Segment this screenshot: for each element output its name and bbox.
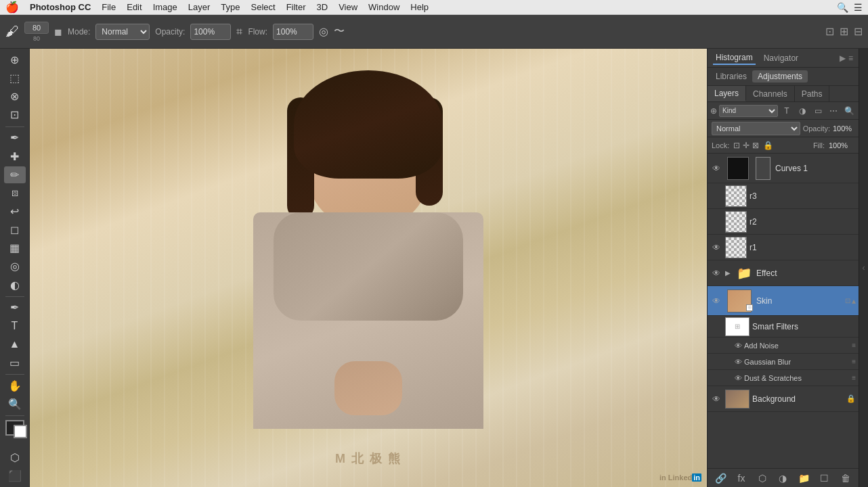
history-brush[interactable]: ↩ [4,203,26,220]
histogram-tab[interactable]: Histogram [713,51,756,65]
brush-size-input[interactable] [24,22,49,34]
adjustment-filter-icon[interactable]: ◑ [796,104,809,118]
panel-collapse-btn[interactable]: ‹ [859,49,868,487]
layer-eye-curves[interactable]: 👁 [710,162,722,175]
opacity-value[interactable]: 100% [833,124,854,133]
path-select-tool[interactable]: ▲ [4,336,26,353]
smart-filters-row[interactable]: ⊞ Smart Filters [708,316,859,338]
arrange-icon[interactable]: ⊟ [854,25,863,38]
zoom-tool[interactable]: 🔍 [4,396,26,413]
add-style-btn[interactable]: fx [734,471,749,486]
layers-tab[interactable]: Layers [708,86,746,101]
menu-view[interactable]: View [339,2,357,12]
filter-eye-dust[interactable]: 👁 [732,372,744,384]
hand-tool[interactable]: ✋ [4,377,26,394]
text-tool[interactable]: T [4,318,26,335]
filter-menu-dust[interactable]: ≡ [852,374,856,381]
filter-eye-noise[interactable]: 👁 [732,340,744,352]
crop-tool[interactable]: ⊡ [4,106,26,123]
menu-window[interactable]: Window [368,2,399,12]
dodge-tool[interactable]: ◐ [4,276,26,293]
healing-tool[interactable]: ✚ [4,147,26,164]
clone-tool[interactable]: ⧇ [4,185,26,202]
filter-menu-noise[interactable]: ≡ [852,342,856,349]
menu-3d[interactable]: 3D [317,2,328,12]
screen-mode-btn[interactable]: ⬛ [4,467,26,484]
move-tool[interactable]: ⊕ [4,51,26,68]
search-filter-icon[interactable]: 🔍 [842,104,856,118]
menu-type[interactable]: Type [221,2,240,12]
layer-eye-r3[interactable]: 👁 [710,190,722,202]
opacity-input[interactable] [190,24,231,40]
menu-help[interactable]: Help [410,2,429,12]
layer-eye-r1[interactable]: 👁 [710,241,722,254]
eraser-tool[interactable]: ◻ [4,221,26,238]
layer-item-skin[interactable]: 👁 ⊕ Skin ⊡ ▴ [708,286,859,316]
menu-select[interactable]: Select [251,2,275,12]
delete-layer-btn[interactable]: 🗑 [838,471,853,486]
menu-photoshop[interactable]: Photoshop CC [30,2,91,12]
panel-icon[interactable]: ☰ [854,2,863,13]
menu-filter[interactable]: Filter [286,2,306,12]
shape-filter-icon[interactable]: ▭ [811,104,825,118]
filter-eye-blur[interactable]: 👁 [732,356,744,368]
expand-panel-icon[interactable]: ⊞ [840,25,848,38]
layer-eye-bg[interactable]: 👁 [710,393,722,405]
filter-menu-blur[interactable]: ≡ [852,358,856,365]
airbrush-icon[interactable]: ⌗ [236,26,242,38]
lock-pixels-icon[interactable]: ⊡ [733,141,740,150]
panel-menu-icon[interactable]: ≡ [848,53,853,63]
mode-select[interactable]: Normal Multiply Screen [95,24,150,40]
new-group-btn[interactable]: 📁 [796,471,811,486]
new-adjustment-btn[interactable]: ◑ [775,471,790,486]
search-icon[interactable]: 🔍 [837,2,848,13]
menu-layer[interactable]: Layer [188,2,211,12]
group-expand-icon[interactable]: ▶ [725,269,731,277]
text-filter-icon[interactable]: T [780,104,794,118]
brush-tool-icon[interactable]: 🖌 [5,24,19,39]
layer-item-effect[interactable]: 👁 ▶ 📁 Effect [708,260,859,286]
layer-item-r3[interactable]: 👁 r3 [708,183,859,209]
layer-eye-r2[interactable]: 👁 [710,216,722,228]
layer-eye-skin[interactable]: 👁 [710,295,722,307]
shape-tool[interactable]: ▭ [4,354,26,371]
brush-tool[interactable]: ✏ [4,166,26,183]
kind-filter[interactable]: Kind Name Effect [719,105,778,117]
lock-position-icon[interactable]: ✛ [743,141,750,150]
gradient-tool[interactable]: ▦ [4,239,26,256]
blend-mode-select[interactable]: Normal Multiply Screen Overlay [712,122,800,135]
layer-more-icon[interactable]: ▴ [852,296,856,306]
menu-file[interactable]: File [102,2,116,12]
pen-tool[interactable]: ✒ [4,299,26,316]
lock-all-icon[interactable]: 🔒 [763,141,773,150]
smart-filter-icon[interactable]: ⋯ [827,104,840,118]
layer-item-r1[interactable]: 👁 r1 [708,235,859,260]
libraries-tab[interactable]: Libraries [710,70,752,83]
flow-input[interactable] [273,24,313,40]
adjustments-tab[interactable]: Adjustments [752,70,808,83]
fill-value[interactable]: 100% [829,141,854,149]
navigator-tab[interactable]: Navigator [761,52,801,64]
quick-mask-btn[interactable]: ⬡ [4,449,26,466]
play-btn[interactable]: ▶ [840,53,846,63]
eyedropper-tool[interactable]: ✒ [4,129,26,146]
foreground-color[interactable] [5,420,24,436]
filter-item-gaussian-blur[interactable]: 👁 Gaussian Blur ≡ [708,354,859,370]
add-mask-btn[interactable]: ⬡ [755,471,770,486]
marquee-tool[interactable]: ⬚ [4,70,26,87]
lasso-tool[interactable]: ⊗ [4,88,26,105]
filter-item-add-noise[interactable]: 👁 Add Noise ≡ [708,338,859,354]
filter-item-dust-scratches[interactable]: 👁 Dust & Scratches ≡ [708,370,859,386]
layer-item-r2[interactable]: 👁 r2 [708,209,859,235]
link-layers-btn[interactable]: 🔗 [713,471,728,486]
layer-item-curves[interactable]: 👁 Curves 1 [708,154,859,183]
lock-artboard-icon[interactable]: ⊠ [752,141,759,150]
layer-item-background[interactable]: 👁 Background 🔒 [708,386,859,412]
paths-tab[interactable]: Paths [795,86,830,101]
channels-tab[interactable]: Channels [746,86,795,101]
menu-edit[interactable]: Edit [127,2,142,12]
collapse-panel-icon[interactable]: ⊡ [825,25,834,38]
new-layer-btn[interactable]: ☐ [817,471,832,486]
menu-image[interactable]: Image [153,2,177,12]
blur-tool[interactable]: ◎ [4,258,26,275]
